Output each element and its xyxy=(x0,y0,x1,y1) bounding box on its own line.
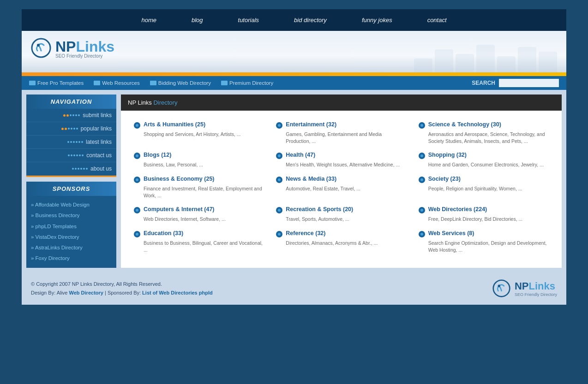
dir-category: Web Services (8)Search Engine Optimizati… xyxy=(413,226,555,257)
footer-sponsor-link[interactable]: List of Web Directories phpld xyxy=(142,290,213,295)
svg-point-25 xyxy=(420,209,423,212)
sidebar-item-popular-links[interactable]: popular links xyxy=(26,122,116,136)
header-decoration xyxy=(414,31,566,72)
dir-cat-icon xyxy=(418,230,426,238)
sponsor-astralinks-directory[interactable]: AstraLinks Directory xyxy=(31,242,112,253)
dot xyxy=(73,128,75,130)
svg-point-19 xyxy=(420,178,423,181)
dir-cat-link[interactable]: Business & Economy (25) xyxy=(144,176,215,182)
submit-links-link[interactable]: submit links xyxy=(83,112,112,118)
footer: © Copyright 2007 NP Links Directory, All… xyxy=(22,272,566,305)
svg-point-15 xyxy=(136,178,138,181)
dir-cat-icon xyxy=(276,230,283,238)
nav-dots xyxy=(61,128,78,130)
dir-cat-title: Web Services (8) xyxy=(418,230,549,238)
svg-point-33 xyxy=(498,284,500,287)
about-us-link[interactable]: about us xyxy=(90,165,112,172)
dir-cat-title: Education (33) xyxy=(133,230,264,238)
directory-grid: Arts & Humanities (25)Shopping and Servi… xyxy=(121,111,562,264)
footer-credits: Design By: Alive Web Directory | Sponsor… xyxy=(31,289,213,297)
dir-cat-link[interactable]: Recreation & Sports (20) xyxy=(286,206,353,213)
nav-item-bid-directory[interactable]: bid directory xyxy=(276,9,344,31)
nav-item-blog[interactable]: blog xyxy=(174,9,221,31)
dir-category: Shopping (32)Home and Garden, Consumer E… xyxy=(413,148,555,172)
svg-point-9 xyxy=(136,154,138,157)
nav-item-home[interactable]: home xyxy=(124,9,174,31)
dir-category: Computers & Internet (47)Web Directories… xyxy=(128,202,270,226)
dir-cat-icon xyxy=(418,152,426,160)
dir-cat-desc: Business, Law, Personal, ... xyxy=(144,161,264,168)
nav-dots xyxy=(67,141,83,143)
footer-left: © Copyright 2007 NP Links Directory, All… xyxy=(31,280,213,297)
dir-cat-desc: Automotive, Real Estate, Travel, ... xyxy=(286,185,407,192)
footer-web-directory-link[interactable]: Web Directory xyxy=(69,290,103,295)
sub-nav-premium-directory[interactable]: Premium Directory xyxy=(221,80,273,86)
footer-copyright: © Copyright 2007 NP Links Directory, All… xyxy=(31,280,213,289)
dir-category: Reference (32)Directories, Almanacs, Acr… xyxy=(270,226,412,257)
dot xyxy=(79,154,81,156)
dir-cat-link[interactable]: Computers & Internet (47) xyxy=(144,206,215,213)
dir-cat-icon xyxy=(133,230,141,238)
dot xyxy=(75,114,77,116)
dir-cat-link[interactable]: Arts & Humanities (25) xyxy=(144,121,205,128)
sponsor-phpld-templates[interactable]: phpLD Templates xyxy=(31,221,112,232)
nav-item-tutorials[interactable]: tutorials xyxy=(221,9,277,31)
logo-np: NP xyxy=(55,38,76,55)
dot xyxy=(68,128,70,130)
dir-cat-link[interactable]: Web Services (8) xyxy=(428,230,474,236)
sidebar-item-latest-links[interactable]: latest links xyxy=(26,136,116,149)
dir-cat-title: Blogs (12) xyxy=(133,152,264,160)
sponsor-vistadex-directory[interactable]: VistaDex Directory xyxy=(31,232,112,242)
dir-cat-link[interactable]: Health (47) xyxy=(286,152,315,158)
sub-nav-bidding-web-directory[interactable]: Bidding Web Directory xyxy=(150,80,211,86)
dir-cat-link[interactable]: Entertainment (32) xyxy=(286,121,336,128)
dir-category: Blogs (12)Business, Law, Personal, ... xyxy=(128,148,270,172)
dir-cat-link[interactable]: Society (23) xyxy=(428,176,461,182)
dir-cat-link[interactable]: Blogs (12) xyxy=(144,152,171,158)
sub-nav-web-resources[interactable]: Web Resources xyxy=(94,80,140,86)
svg-point-5 xyxy=(278,124,281,127)
svg-point-11 xyxy=(278,154,281,157)
dot xyxy=(68,154,70,156)
dir-cat-link[interactable]: News & Media (33) xyxy=(286,176,336,182)
dir-cat-link[interactable]: Shopping (32) xyxy=(428,152,467,158)
svg-point-23 xyxy=(278,209,281,212)
sponsor-business-directory[interactable]: Business Directory xyxy=(31,210,112,221)
dot xyxy=(78,168,79,170)
dot xyxy=(65,128,67,130)
web-resources-icon xyxy=(94,81,100,85)
directory-header-suffix: Directory xyxy=(153,99,177,106)
latest-links-link[interactable]: latest links xyxy=(86,139,112,145)
dot xyxy=(73,141,75,143)
search-input[interactable] xyxy=(499,79,559,87)
dir-cat-link[interactable]: Education (33) xyxy=(144,230,183,236)
dir-cat-title: News & Media (33) xyxy=(276,176,407,183)
popular-links-link[interactable]: popular links xyxy=(81,125,112,132)
search-label: SEARCH xyxy=(472,80,495,86)
dot xyxy=(70,141,72,143)
dir-cat-link[interactable]: Reference (32) xyxy=(286,230,325,236)
dot xyxy=(86,168,88,170)
dir-category: Web Directories (224)Free, DeepLink Dire… xyxy=(413,202,555,226)
contact-us-link[interactable]: contact us xyxy=(86,152,112,159)
top-nav: homeblogtutorialsbid directoryfunny joke… xyxy=(22,9,566,31)
sponsor-affordable-web-design[interactable]: Affordable Web Design xyxy=(31,200,112,210)
sidebar-item-about-us[interactable]: about us xyxy=(26,162,116,176)
logo-icon xyxy=(31,38,52,59)
svg-point-17 xyxy=(278,178,281,181)
nav-item-funny-jokes[interactable]: funny jokes xyxy=(344,9,410,31)
dir-cat-icon xyxy=(276,152,283,160)
sidebar-item-contact-us[interactable]: contact us xyxy=(26,149,116,162)
sponsor-foxy-directory[interactable]: Foxy Directory xyxy=(31,253,112,264)
dir-category: Health (47)Men's Health, Weight Issues, … xyxy=(270,148,412,172)
sub-nav-free-pro-templates[interactable]: Free Pro Templates xyxy=(29,80,84,86)
sidebar-item-submit-links[interactable]: submit links xyxy=(26,109,116,122)
dir-cat-desc: Business to Business, Bilingual, Career … xyxy=(144,240,264,253)
dot xyxy=(80,168,82,170)
dir-cat-link[interactable]: Science & Technology (30) xyxy=(428,121,501,128)
bidding-web-directory-icon xyxy=(150,81,156,85)
dir-category: Education (33)Business to Business, Bili… xyxy=(128,226,270,257)
dir-cat-title: Computers & Internet (47) xyxy=(133,206,264,214)
nav-item-contact[interactable]: contact xyxy=(410,9,464,31)
dir-cat-link[interactable]: Web Directories (224) xyxy=(428,206,487,213)
